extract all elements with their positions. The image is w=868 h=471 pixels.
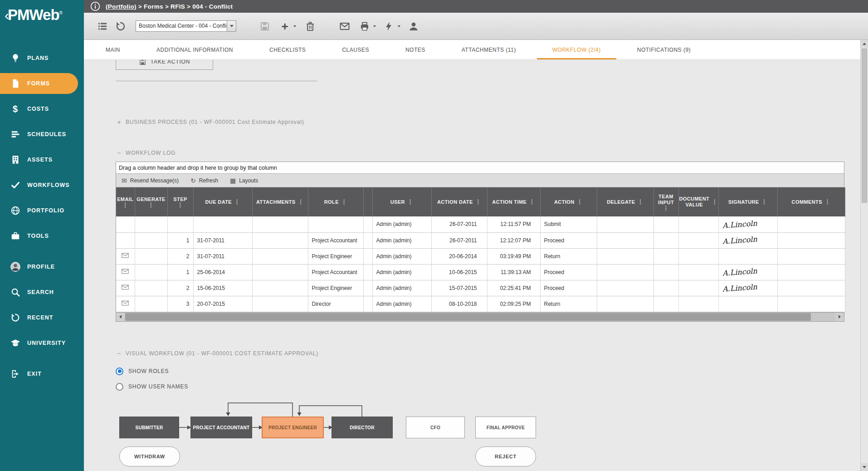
tab-clauses[interactable]: CLAUSES	[324, 40, 387, 59]
column-menu-icon[interactable]: ⋮	[637, 200, 643, 204]
user-icon[interactable]	[407, 20, 420, 33]
column-menu-icon[interactable]: ⋮	[341, 200, 347, 204]
tab-checklists[interactable]: CHECKLISTS	[251, 40, 324, 59]
column-menu-icon[interactable]: ⋮	[824, 200, 830, 204]
column-header-delegate[interactable]: DELEGATE⋮	[597, 187, 653, 216]
sidebar-item-costs[interactable]: $COSTS	[0, 96, 84, 122]
scroll-down-icon[interactable]	[861, 463, 868, 471]
workflow-log-row[interactable]: 215-06-2015Project EngineerAdmin (admin)…	[116, 280, 845, 296]
radio-option-show-user-names[interactable]: SHOW USER NAMES	[116, 380, 188, 393]
lightning-menu-caret-icon[interactable]	[397, 25, 401, 28]
workflow-node-project-engineer[interactable]: PROJECT ENGINEER	[262, 417, 324, 438]
column-header-signature[interactable]: SIGNATURE⋮	[718, 187, 777, 216]
sidebar-item-forms[interactable]: FORMS	[0, 73, 78, 94]
workflow-log-row[interactable]: 125-06-2014Project AccountantAdmin (admi…	[116, 264, 845, 280]
breadcrumb-portfolio-link[interactable]: (Portfolio)	[106, 3, 137, 10]
column-menu-icon[interactable]: ⋮	[122, 203, 128, 207]
column-menu-icon[interactable]: ⋮	[177, 203, 183, 207]
resend-message-s-button[interactable]: ✉Resend Message(s)	[122, 177, 179, 184]
sidebar-item-recent[interactable]: RECENT	[0, 305, 84, 330]
group-by-drop-zone[interactable]: Drag a column header and drop it here to…	[116, 162, 844, 174]
workflow-node-final-approve[interactable]: FINAL APPROVE	[475, 417, 536, 438]
tab-additional-information[interactable]: ADDITIONAL INFORMATION	[138, 40, 251, 59]
workflow-log-row[interactable]: 131-07-2011Project AccountantAdmin (admi…	[116, 232, 845, 248]
workflow-node-cfo[interactable]: CFO	[406, 417, 465, 438]
tab-workflow-2-4[interactable]: WORKFLOW (2/4)	[534, 40, 619, 59]
column-header-email[interactable]: EMAIL⋮	[116, 187, 135, 216]
tab-attachments-11[interactable]: ATTACHMENTS (11)	[444, 40, 534, 59]
business-process-section-header[interactable]: + BUSINESS PROCESS (01 - WF-000001 Cost …	[117, 119, 304, 125]
withdraw-button[interactable]: WITHDRAW	[119, 446, 180, 466]
column-header-generate[interactable]: GENERATE⋮	[135, 187, 167, 216]
column-header-team-input[interactable]: TEAM INPUT⋮	[653, 187, 678, 216]
print-icon[interactable]	[358, 20, 371, 33]
column-menu-icon[interactable]: ⋮	[234, 200, 240, 204]
horizontal-scrollbar[interactable]	[116, 312, 844, 321]
save-icon[interactable]	[258, 20, 272, 33]
column-menu-icon[interactable]: ⋮	[761, 200, 767, 204]
scrollbar-thumb[interactable]	[862, 49, 867, 203]
workflow-node-project-accountant[interactable]: PROJECT ACCOUNTANT	[190, 417, 252, 438]
scrollbar-thumb[interactable]	[125, 313, 811, 321]
reject-button[interactable]: REJECT	[475, 446, 536, 466]
column-header-action-date[interactable]: ACTION DATE⋮	[431, 187, 487, 216]
dropdown-arrow-icon[interactable]	[227, 21, 236, 31]
workflow-node-submitter[interactable]: SUBMITTER	[119, 417, 179, 438]
add-menu-caret-icon[interactable]	[293, 25, 297, 28]
column-menu-icon[interactable]: ⋮	[663, 206, 669, 211]
workflow-node-director[interactable]: DIRECTOR	[332, 417, 393, 438]
sidebar-item-plans[interactable]: PLANS	[0, 45, 84, 71]
column-menu-icon[interactable]: ⋮	[577, 200, 583, 204]
column-header-action-time[interactable]: ACTION TIME⋮	[487, 187, 540, 216]
column-menu-icon[interactable]: ⋮	[529, 200, 535, 204]
collapse-icon[interactable]: −	[117, 150, 122, 156]
scroll-right-icon[interactable]	[835, 313, 844, 321]
radio-option-show-roles[interactable]: SHOW ROLES	[116, 365, 188, 378]
delete-icon[interactable]	[303, 20, 317, 33]
sidebar-item-search[interactable]: SEARCH	[0, 280, 84, 305]
column-menu-icon[interactable]: ⋮	[148, 203, 154, 207]
record-selector-dropdown[interactable]: Boston Medical Center - 004 - Confli	[136, 20, 236, 32]
add-icon[interactable]: +	[278, 20, 292, 33]
column-header-comments[interactable]: COMMENTS⋮	[777, 187, 845, 216]
sidebar-item-profile[interactable]: PROFILE	[0, 254, 84, 280]
tab-notifications-9[interactable]: NOTIFICATIONS (9)	[619, 40, 709, 59]
tab-main[interactable]: MAIN	[88, 40, 138, 59]
column-header-action[interactable]: ACTION⋮	[540, 187, 597, 216]
scroll-up-icon[interactable]	[861, 40, 868, 48]
column-header-step[interactable]: STEP⋮	[167, 187, 193, 216]
lightning-icon[interactable]	[382, 20, 396, 33]
mail-icon[interactable]	[338, 20, 351, 33]
take-action-button[interactable]: TAKE ACTION	[116, 60, 213, 70]
refresh-button[interactable]: ↻Refresh	[190, 177, 218, 184]
sidebar-item-assets[interactable]: ASSETS	[0, 147, 84, 172]
column-header-user[interactable]: USER⋮	[372, 187, 431, 216]
workflow-log-row[interactable]: Admin (admin)26-07-201112:11:57 PMSubmit…	[116, 216, 845, 232]
column-header-due-date[interactable]: DUE DATE⋮	[193, 187, 252, 216]
list-icon[interactable]	[96, 20, 109, 33]
sidebar-item-university[interactable]: UNIVERSITY	[0, 330, 84, 356]
workflow-log-section-header[interactable]: − WORKFLOW LOG	[117, 150, 176, 156]
scrollbar-track[interactable]	[125, 313, 835, 321]
visual-workflow-section-header[interactable]: − VISUAL WORKFLOW (01 - WF-000001 COST E…	[117, 350, 318, 357]
layouts-button[interactable]: ▦Layouts	[230, 177, 258, 184]
vertical-scrollbar[interactable]	[860, 40, 868, 471]
sidebar-item-tools[interactable]: TOOLS	[0, 223, 84, 249]
column-menu-icon[interactable]: ⋮	[407, 200, 413, 204]
sidebar-item-portfolio[interactable]: PORTFOLIO	[0, 198, 84, 223]
column-menu-icon[interactable]: ⋮	[475, 200, 481, 204]
workflow-log-row[interactable]: 231-07-2011Project EngineerAdmin (admin)…	[116, 248, 845, 264]
tab-notes[interactable]: NOTES	[387, 40, 444, 59]
sidebar-item-schedules[interactable]: SCHEDULES	[0, 122, 84, 147]
history-icon[interactable]	[114, 20, 127, 33]
expand-icon[interactable]: +	[117, 119, 122, 125]
collapse-icon[interactable]: −	[117, 351, 122, 356]
column-header-attachments[interactable]: ATTACHMENTS⋮	[252, 187, 308, 216]
pmweb-logo[interactable]: ‹PMWeb®	[0, 0, 84, 35]
column-header-document-value[interactable]: DOCUMENT VALUE⋮	[678, 187, 718, 216]
column-header-role[interactable]: ROLE⋮	[308, 187, 363, 216]
sidebar-item-exit[interactable]: EXIT	[0, 361, 84, 387]
workflow-log-row[interactable]: 320-07-2015DirectorAdmin (admin)08-10-20…	[116, 296, 845, 312]
scroll-left-icon[interactable]	[116, 313, 125, 321]
info-icon[interactable]	[90, 1, 100, 11]
